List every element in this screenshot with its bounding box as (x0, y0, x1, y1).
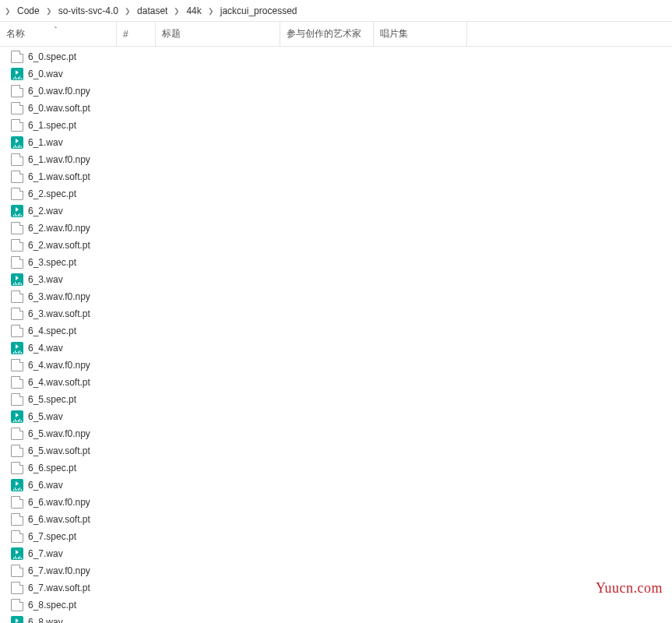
audio-file-icon (11, 616, 23, 623)
chevron-right-icon: ❯ (3, 7, 12, 15)
file-row[interactable]: 6_5.wav.soft.pt (0, 442, 672, 459)
file-row[interactable]: 6_4.wav.f0.npy (0, 357, 672, 374)
breadcrumb-item[interactable]: so-vits-svc-4.0 (54, 5, 123, 16)
file-icon (11, 119, 23, 132)
column-header-album[interactable]: 唱片集 (374, 22, 467, 46)
file-icon (11, 290, 23, 303)
audio-file-icon (11, 547, 23, 560)
file-icon (11, 445, 23, 457)
file-name: 6_5.wav (28, 411, 63, 422)
file-name: 6_3.wav (28, 274, 63, 285)
file-row[interactable]: 6_2.wav.soft.pt (0, 237, 672, 254)
breadcrumb-item[interactable]: Code (12, 5, 44, 16)
breadcrumb-item[interactable]: dataset (132, 5, 172, 16)
file-row[interactable]: 6_6.wav (0, 477, 672, 494)
column-label: 名称 (6, 27, 25, 40)
file-icon (11, 188, 23, 200)
column-label: 标题 (162, 27, 181, 40)
file-name: 6_4.spec.pt (28, 326, 76, 336)
file-row[interactable]: 6_3.spec.pt (0, 254, 672, 271)
file-icon (11, 599, 23, 611)
file-name: 6_5.wav.f0.npy (28, 428, 90, 439)
file-row[interactable]: 6_4.wav (0, 340, 672, 357)
file-icon (11, 565, 23, 577)
column-label: # (123, 29, 128, 40)
file-row[interactable]: 6_2.spec.pt (0, 185, 672, 202)
file-row[interactable]: 6_1.wav.f0.npy (0, 151, 672, 168)
file-name: 6_7.wav.soft.pt (28, 583, 90, 593)
file-name: 6_7.wav.f0.npy (28, 565, 90, 576)
file-row[interactable]: 6_1.wav (0, 134, 672, 151)
file-name: 6_2.spec.pt (28, 188, 76, 199)
file-row[interactable]: 6_4.wav.soft.pt (0, 374, 672, 391)
file-name: 6_7.spec.pt (28, 531, 76, 542)
file-icon (11, 393, 23, 406)
file-row[interactable]: 6_8.wav (0, 614, 672, 623)
file-name: 6_3.spec.pt (28, 257, 76, 268)
breadcrumb-item[interactable]: jackcui_processed (216, 5, 302, 16)
file-name: 6_2.wav.soft.pt (28, 240, 90, 251)
file-name: 6_1.spec.pt (28, 120, 76, 131)
file-name: 6_8.wav (28, 617, 63, 623)
file-icon (11, 513, 23, 526)
file-name: 6_4.wav (28, 343, 63, 354)
column-header-hash[interactable]: # (117, 22, 156, 46)
file-row[interactable]: 6_0.wav.soft.pt (0, 100, 672, 117)
column-header-artist[interactable]: 参与创作的艺术家 (280, 22, 374, 46)
audio-file-icon (11, 342, 23, 354)
file-name: 6_0.spec.pt (28, 51, 76, 62)
file-name: 6_4.wav.soft.pt (28, 377, 90, 388)
file-icon (11, 359, 23, 371)
column-header-name[interactable]: 名称 ˆ (0, 22, 117, 46)
file-row[interactable]: 6_4.spec.pt (0, 322, 672, 340)
file-icon (11, 256, 23, 269)
file-row[interactable]: 6_5.spec.pt (0, 391, 672, 408)
file-row[interactable]: 6_3.wav (0, 271, 672, 288)
file-icon (11, 102, 23, 114)
file-icon (11, 428, 23, 440)
file-name: 6_8.spec.pt (28, 600, 76, 611)
file-name: 6_6.wav (28, 480, 63, 491)
file-row[interactable]: 6_5.wav.f0.npy (0, 425, 672, 442)
audio-file-icon (11, 136, 23, 149)
audio-file-icon (11, 479, 23, 491)
file-name: 6_0.wav.f0.npy (28, 86, 90, 97)
file-row[interactable]: 6_7.wav (0, 545, 672, 562)
file-name: 6_6.wav.soft.pt (28, 514, 90, 525)
columns-header: 名称 ˆ # 标题 参与创作的艺术家 唱片集 (0, 22, 672, 47)
file-row[interactable]: 6_1.wav.soft.pt (0, 168, 672, 185)
file-row[interactable]: 6_0.spec.pt (0, 48, 672, 65)
file-name: 6_1.wav.soft.pt (28, 171, 90, 182)
file-name: 6_5.wav.soft.pt (28, 445, 90, 456)
file-name: 6_4.wav.f0.npy (28, 360, 90, 371)
file-name: 6_1.wav.f0.npy (28, 154, 90, 165)
file-row[interactable]: 6_1.spec.pt (0, 117, 672, 134)
file-row[interactable]: 6_3.wav.f0.npy (0, 288, 672, 305)
file-row[interactable]: 6_6.spec.pt (0, 459, 672, 477)
file-row[interactable]: 6_7.spec.pt (0, 528, 672, 545)
breadcrumb-item[interactable]: 44k (181, 5, 206, 16)
file-row[interactable]: 6_7.wav.soft.pt (0, 579, 672, 597)
file-row[interactable]: 6_3.wav.soft.pt (0, 305, 672, 322)
file-row[interactable]: 6_5.wav (0, 408, 672, 425)
chevron-right-icon: ❯ (206, 7, 216, 15)
file-row[interactable]: 6_6.wav.soft.pt (0, 511, 672, 528)
file-name: 6_7.wav (28, 548, 63, 559)
file-row[interactable]: 6_8.spec.pt (0, 597, 672, 614)
chevron-right-icon: ❯ (123, 7, 132, 15)
file-icon (11, 325, 23, 337)
file-icon (11, 239, 23, 252)
chevron-right-icon: ❯ (44, 7, 54, 15)
file-row[interactable]: 6_2.wav (0, 202, 672, 220)
file-row[interactable]: 6_0.wav.f0.npy (0, 83, 672, 100)
file-row[interactable]: 6_6.wav.f0.npy (0, 494, 672, 511)
chevron-right-icon: ❯ (172, 7, 181, 15)
watermark: Yuucn.com (596, 580, 663, 597)
file-row[interactable]: 6_7.wav.f0.npy (0, 562, 672, 579)
file-row[interactable]: 6_0.wav (0, 65, 672, 83)
file-name: 6_2.wav (28, 206, 63, 216)
file-name: 6_3.wav.soft.pt (28, 308, 90, 319)
file-icon (11, 530, 23, 543)
file-row[interactable]: 6_2.wav.f0.npy (0, 220, 672, 237)
column-header-title[interactable]: 标题 (156, 22, 280, 46)
